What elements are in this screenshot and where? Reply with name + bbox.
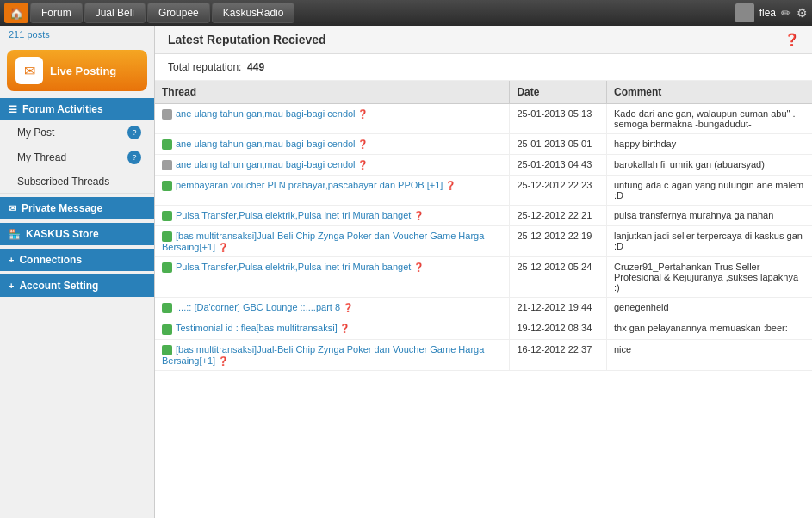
- thread-info-icon[interactable]: ❓: [356, 139, 369, 149]
- help-icon[interactable]: ❓: [784, 33, 799, 46]
- thread-status-icon: [162, 139, 172, 150]
- main-content: Latest Reputation Recieved ❓ Total reput…: [155, 26, 812, 518]
- settings-button[interactable]: ⚙: [797, 6, 808, 20]
- table-row: Pulsa Transfer,Pulsa elektrik,Pulsa inet…: [155, 206, 812, 226]
- avatar: [735, 3, 754, 22]
- thread-link[interactable]: ane ulang tahun gan,mau bagi-bagi cendol: [176, 139, 356, 149]
- comment-cell: thx gan pelayanannya memuaskan :beer:: [607, 318, 813, 339]
- nav-forum-button[interactable]: Forum: [30, 3, 83, 23]
- sidebar-item-subscribed-threads[interactable]: Subscribed Threads: [0, 170, 154, 194]
- table-row: ane ulang tahun gan,mau bagi-bagi cendol…: [155, 104, 812, 134]
- table-row: Pulsa Transfer,Pulsa elektrik,Pulsa inet…: [155, 257, 812, 298]
- thread-info-icon[interactable]: ❓: [411, 262, 424, 272]
- table-row: pembayaran voucher PLN prabayar,pascabay…: [155, 176, 812, 206]
- thread-info-icon[interactable]: ❓: [356, 109, 369, 119]
- thread-status-icon: [162, 262, 172, 273]
- my-thread-badge: ?: [127, 151, 141, 164]
- thread-link[interactable]: ane ulang tahun gan,mau bagi-bagi cendol: [176, 108, 356, 119]
- table-row: Testimonial id : flea[bas multitransaksi…: [155, 318, 812, 339]
- connections-label: Connections: [19, 254, 82, 266]
- sidebar: 211 posts ✉ Live Posting ☰ Forum Activit…: [0, 26, 155, 518]
- table-row: ane ulang tahun gan,mau bagi-bagi cendol…: [155, 134, 812, 155]
- thread-cell: ....:: [Da'corner] GBC Lounge ::....part…: [155, 298, 510, 318]
- date-cell: 25-01-2013 05:13: [510, 104, 607, 134]
- thread-cell: ane ulang tahun gan,mau bagi-bagi cendol…: [155, 134, 510, 155]
- thread-status-icon: [162, 303, 172, 313]
- top-navigation: 🏠 Forum Jual Beli Groupee KaskusRadio fl…: [0, 0, 812, 26]
- thread-link[interactable]: [bas multitransaksi]Jual-Beli Chip Zynga…: [162, 231, 484, 252]
- thread-link[interactable]: Pulsa Transfer,Pulsa elektrik,Pulsa inet…: [176, 262, 411, 272]
- username-label: flea: [759, 7, 776, 19]
- thread-link[interactable]: [bas multitransaksi]Jual-Beli Chip Zynga…: [162, 344, 484, 366]
- sidebar-section-connections[interactable]: + Connections: [0, 249, 154, 271]
- comment-cell: happy birthday --: [607, 134, 813, 155]
- live-posting-button[interactable]: ✉ Live Posting: [7, 50, 147, 91]
- thread-info-icon[interactable]: ❓: [356, 160, 369, 170]
- thread-cell: ane ulang tahun gan,mau bagi-bagi cendol…: [155, 155, 510, 176]
- live-posting-icon: ✉: [15, 57, 43, 84]
- thread-status-icon: [162, 160, 172, 170]
- sidebar-section-forum-activities[interactable]: ☰ Forum Activities: [0, 98, 154, 120]
- thread-info-icon[interactable]: ❓: [338, 324, 350, 333]
- thread-info-icon[interactable]: ❓: [443, 181, 456, 190]
- thread-status-icon: [162, 181, 172, 191]
- table-row: [bas multitransaksi]Jual-Beli Chip Zynga…: [155, 226, 812, 257]
- thread-link[interactable]: pembayaran voucher PLN prabayar,pascabay…: [176, 180, 443, 190]
- date-cell: 25-01-2013 05:01: [510, 134, 607, 155]
- forum-activities-label: Forum Activities: [22, 103, 103, 115]
- thread-info-icon[interactable]: ❓: [411, 211, 424, 220]
- my-thread-label: My Thread: [17, 151, 66, 163]
- nav-groupee-button[interactable]: Groupee: [147, 3, 210, 23]
- thread-info-icon[interactable]: ❓: [340, 303, 353, 312]
- connections-icon: +: [9, 255, 14, 265]
- date-cell: 25-01-2013 04:43: [510, 155, 607, 176]
- thread-info-icon[interactable]: ❓: [215, 243, 228, 252]
- date-cell: 25-12-2012 22:19: [510, 226, 607, 257]
- reputation-summary: Total reputation: 449: [155, 54, 812, 81]
- thread-link[interactable]: Testimonial id : flea[bas multitransaksi…: [176, 323, 338, 333]
- comment-cell: genegenheid: [607, 298, 813, 318]
- date-cell: 25-12-2012 22:21: [510, 206, 607, 226]
- thread-cell: Pulsa Transfer,Pulsa elektrik,Pulsa inet…: [155, 257, 510, 298]
- thread-status-icon: [162, 345, 172, 355]
- my-post-label: My Post: [17, 126, 54, 139]
- reputation-table: Thread Date Comment ane ulang tahun gan,…: [155, 81, 812, 371]
- thread-link[interactable]: Pulsa Transfer,Pulsa elektrik,Pulsa inet…: [176, 210, 411, 220]
- thread-link[interactable]: ....:: [Da'corner] GBC Lounge ::....part…: [176, 302, 340, 312]
- private-message-icon: ✉: [9, 203, 16, 214]
- nav-jualbeli-button[interactable]: Jual Beli: [84, 3, 146, 23]
- nav-kaskusradio-button[interactable]: KaskusRadio: [212, 3, 295, 23]
- private-message-label: Private Message: [22, 202, 102, 214]
- thread-cell: [bas multitransaksi]Jual-Beli Chip Zynga…: [155, 226, 510, 257]
- posts-count[interactable]: 211 posts: [0, 26, 154, 43]
- thread-status-icon: [162, 109, 172, 120]
- thread-cell: Testimonial id : flea[bas multitransaksi…: [155, 318, 510, 339]
- date-cell: 19-12-2012 08:34: [510, 318, 607, 339]
- thread-status-icon: [162, 211, 172, 221]
- sidebar-section-private-message[interactable]: ✉ Private Message: [0, 197, 154, 219]
- date-cell: 25-12-2012 22:23: [510, 176, 607, 206]
- table-row: ....:: [Da'corner] GBC Lounge ::....part…: [155, 298, 812, 318]
- edit-profile-button[interactable]: ✏: [781, 6, 791, 20]
- th-date: Date: [510, 81, 607, 104]
- table-row: [bas multitransaksi]Jual-Beli Chip Zynga…: [155, 339, 812, 370]
- sidebar-section-kaskus-store[interactable]: 🏪 KASKUS Store: [0, 223, 154, 245]
- live-posting-label: Live Posting: [50, 65, 116, 77]
- thread-cell: ane ulang tahun gan,mau bagi-bagi cendol…: [155, 104, 510, 134]
- sidebar-section-account-setting[interactable]: + Account Setting: [0, 274, 154, 297]
- table-row: ane ulang tahun gan,mau bagi-bagi cendol…: [155, 155, 812, 176]
- sidebar-item-my-thread[interactable]: My Thread ?: [0, 145, 154, 170]
- date-cell: 21-12-2012 19:44: [510, 298, 607, 318]
- thread-info-icon[interactable]: ❓: [215, 356, 228, 366]
- subscribed-threads-label: Subscribed Threads: [17, 176, 109, 188]
- content-header: Latest Reputation Recieved ❓: [155, 26, 812, 54]
- thread-status-icon: [162, 231, 172, 242]
- table-header-row: Thread Date Comment: [155, 81, 812, 104]
- date-cell: 16-12-2012 22:37: [510, 339, 607, 370]
- forum-activities-icon: ☰: [9, 104, 17, 115]
- home-button[interactable]: 🏠: [4, 3, 28, 23]
- account-setting-label: Account Setting: [19, 280, 98, 292]
- comment-cell: Cruzer91_Pertahankan Trus Seller Profesi…: [607, 257, 813, 298]
- sidebar-item-my-post[interactable]: My Post ?: [0, 120, 154, 145]
- thread-link[interactable]: ane ulang tahun gan,mau bagi-bagi cendol: [176, 159, 356, 170]
